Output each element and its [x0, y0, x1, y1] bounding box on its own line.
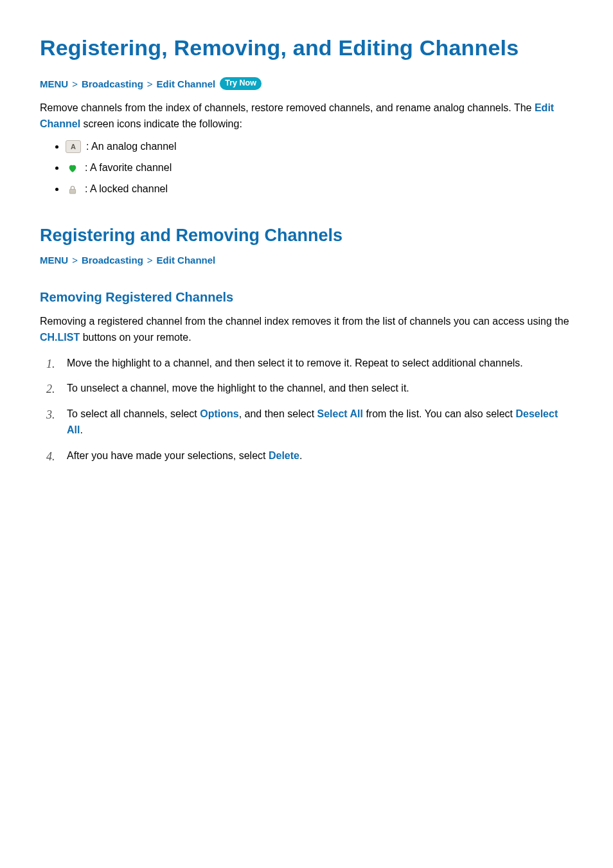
legend-item-locked: : A locked channel	[66, 181, 573, 197]
s3-c: from the list. You can also select	[363, 408, 515, 419]
breadcrumb-secondary: MENU > Broadcasting > Edit Channel	[40, 255, 573, 266]
step-2: To unselect a channel, move the highligh…	[67, 380, 573, 397]
try-now-button[interactable]: Try Now	[220, 77, 262, 90]
chevron-right-icon: >	[72, 255, 78, 266]
intro-paragraph: Remove channels from the index of channe…	[40, 100, 573, 132]
icon-legend-list: A : An analog channel : A favorite chann…	[40, 139, 573, 197]
step-4: After you have made your selections, sel…	[67, 448, 573, 464]
subsection-heading-removing: Removing Registered Channels	[40, 290, 573, 305]
analog-icon: A	[66, 140, 81, 153]
breadcrumb-broadcasting[interactable]: Broadcasting	[82, 255, 143, 266]
s4-b: .	[299, 450, 302, 461]
page-title: Registering, Removing, and Editing Chann…	[40, 35, 573, 60]
intro-text-b: screen icons indicate the following:	[80, 118, 242, 129]
step-1: Move the highlight to a channel, and the…	[67, 355, 573, 372]
chevron-right-icon: >	[147, 78, 153, 89]
breadcrumb-main: MENU > Broadcasting > Edit Channel Try N…	[40, 77, 573, 90]
para2-a: Removing a registered channel from the c…	[40, 316, 569, 327]
breadcrumb-menu[interactable]: MENU	[40, 255, 68, 266]
s4-a: After you have made your selections, sel…	[67, 450, 269, 461]
legend-item-analog: A : An analog channel	[66, 139, 573, 155]
svg-rect-0	[69, 189, 75, 194]
s3-d: .	[80, 424, 82, 435]
s3-b: , and then select	[239, 408, 317, 419]
legend-item-favorite: : A favorite channel	[66, 160, 573, 176]
s3-a: To select all channels, select	[67, 408, 200, 419]
legend-favorite-label: : A favorite channel	[85, 160, 172, 176]
removing-intro-paragraph: Removing a registered channel from the c…	[40, 314, 573, 346]
section-heading-registering: Registering and Removing Channels	[40, 226, 573, 246]
select-all-inline-link: Select All	[317, 408, 363, 419]
breadcrumb-menu[interactable]: MENU	[40, 78, 68, 89]
delete-inline-link: Delete	[269, 450, 299, 461]
chlist-inline-link: CH.LIST	[40, 332, 80, 343]
steps-list: Move the highlight to a channel, and the…	[40, 355, 573, 464]
para2-b: buttons on your remote.	[80, 332, 191, 343]
chevron-right-icon: >	[72, 78, 78, 89]
breadcrumb-edit-channel[interactable]: Edit Channel	[157, 78, 216, 89]
step-3: To select all channels, select Options, …	[67, 406, 573, 439]
breadcrumb-broadcasting[interactable]: Broadcasting	[82, 78, 143, 89]
breadcrumb-edit-channel[interactable]: Edit Channel	[157, 255, 216, 266]
lock-icon	[66, 184, 80, 195]
legend-locked-label: : A locked channel	[85, 181, 168, 197]
heart-icon	[66, 163, 80, 174]
options-inline-link: Options	[200, 408, 238, 419]
chevron-right-icon: >	[147, 255, 153, 266]
legend-analog-label: : An analog channel	[86, 139, 177, 155]
intro-text-a: Remove channels from the index of channe…	[40, 102, 535, 113]
